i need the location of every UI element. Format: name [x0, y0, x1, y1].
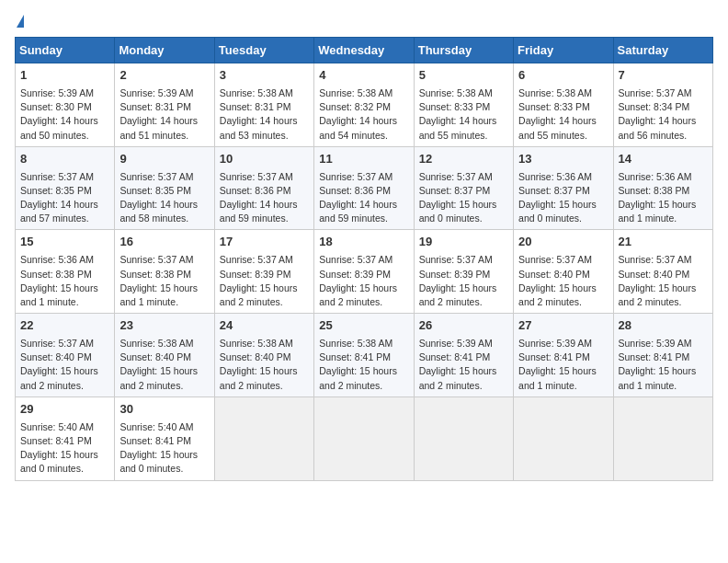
calendar-cell [514, 396, 613, 480]
daylight-text: Daylight: 15 hours and 1 minute. [119, 282, 198, 307]
day-number: 7 [619, 67, 708, 85]
sunset-text: Sunset: 8:34 PM [619, 101, 690, 112]
sunset-text: Sunset: 8:38 PM [619, 185, 690, 196]
calendar-cell: 7Sunrise: 5:37 AMSunset: 8:34 PMDaylight… [613, 63, 712, 147]
weekday-header-friday: Friday [514, 38, 613, 63]
day-number: 26 [419, 317, 508, 335]
sunrise-text: Sunrise: 5:37 AM [518, 254, 592, 265]
sunset-text: Sunset: 8:39 PM [220, 269, 291, 280]
day-number: 28 [619, 317, 708, 335]
sunset-text: Sunset: 8:40 PM [220, 351, 291, 362]
sunset-text: Sunset: 8:38 PM [20, 269, 92, 280]
day-number: 8 [20, 151, 109, 168]
sunrise-text: Sunrise: 5:37 AM [619, 87, 692, 98]
calendar-week-row: 8Sunrise: 5:37 AMSunset: 8:35 PMDaylight… [16, 146, 713, 230]
sunset-text: Sunset: 8:32 PM [319, 101, 391, 112]
calendar-cell: 13Sunrise: 5:36 AMSunset: 8:37 PMDayligh… [514, 146, 613, 230]
daylight-text: Daylight: 15 hours and 2 minutes. [419, 365, 497, 390]
calendar-cell [314, 396, 414, 480]
sunset-text: Sunset: 8:37 PM [419, 185, 491, 196]
calendar-cell: 3Sunrise: 5:38 AMSunset: 8:31 PMDaylight… [214, 63, 313, 147]
calendar-cell: 2Sunrise: 5:39 AMSunset: 8:31 PMDaylight… [115, 63, 214, 147]
sunset-text: Sunset: 8:39 PM [319, 269, 391, 280]
day-number: 3 [220, 67, 309, 85]
sunset-text: Sunset: 8:41 PM [419, 351, 491, 362]
sunrise-text: Sunrise: 5:38 AM [119, 338, 193, 349]
daylight-text: Daylight: 14 hours and 57 minutes. [20, 199, 98, 224]
calendar-cell: 29Sunrise: 5:40 AMSunset: 8:41 PMDayligh… [16, 396, 115, 480]
calendar-cell: 28Sunrise: 5:39 AMSunset: 8:41 PMDayligh… [613, 314, 712, 397]
sunset-text: Sunset: 8:37 PM [518, 185, 590, 196]
sunrise-text: Sunrise: 5:37 AM [119, 254, 193, 265]
day-number: 2 [119, 67, 209, 85]
calendar-cell: 1Sunrise: 5:39 AMSunset: 8:30 PMDaylight… [16, 63, 115, 147]
sunrise-text: Sunrise: 5:40 AM [119, 421, 193, 432]
daylight-text: Daylight: 15 hours and 2 minutes. [419, 282, 497, 307]
weekday-header-monday: Monday [115, 38, 214, 63]
sunset-text: Sunset: 8:31 PM [220, 101, 291, 112]
calendar-cell: 4Sunrise: 5:38 AMSunset: 8:32 PMDaylight… [314, 63, 414, 147]
daylight-text: Daylight: 15 hours and 1 minute. [619, 365, 697, 390]
day-number: 6 [518, 67, 608, 85]
sunrise-text: Sunrise: 5:38 AM [220, 87, 293, 98]
calendar-cell: 15Sunrise: 5:36 AMSunset: 8:38 PMDayligh… [16, 230, 115, 314]
sunrise-text: Sunrise: 5:37 AM [419, 254, 493, 265]
sunrise-text: Sunrise: 5:38 AM [319, 87, 392, 98]
logo [15, 15, 24, 28]
calendar-cell: 8Sunrise: 5:37 AMSunset: 8:35 PMDaylight… [16, 146, 115, 230]
daylight-text: Daylight: 15 hours and 2 minutes. [319, 365, 397, 390]
day-number: 21 [619, 234, 708, 251]
daylight-text: Daylight: 15 hours and 2 minutes. [220, 282, 298, 307]
sunrise-text: Sunrise: 5:38 AM [419, 87, 493, 98]
calendar-cell: 5Sunrise: 5:38 AMSunset: 8:33 PMDaylight… [414, 63, 513, 147]
calendar-cell: 18Sunrise: 5:37 AMSunset: 8:39 PMDayligh… [314, 230, 414, 314]
sunrise-text: Sunrise: 5:38 AM [518, 87, 592, 98]
calendar-cell: 6Sunrise: 5:38 AMSunset: 8:33 PMDaylight… [514, 63, 613, 147]
sunrise-text: Sunrise: 5:38 AM [319, 338, 392, 349]
daylight-text: Daylight: 15 hours and 2 minutes. [220, 365, 298, 390]
calendar-cell [214, 396, 313, 480]
sunset-text: Sunset: 8:41 PM [20, 435, 92, 446]
daylight-text: Daylight: 14 hours and 56 minutes. [619, 115, 697, 140]
day-number: 16 [119, 234, 209, 251]
sunrise-text: Sunrise: 5:39 AM [20, 87, 94, 98]
sunrise-text: Sunrise: 5:36 AM [20, 254, 94, 265]
sunset-text: Sunset: 8:40 PM [619, 269, 690, 280]
daylight-text: Daylight: 14 hours and 59 minutes. [319, 199, 397, 224]
day-number: 18 [319, 234, 408, 251]
daylight-text: Daylight: 14 hours and 50 minutes. [20, 115, 98, 140]
day-number: 23 [119, 317, 209, 335]
daylight-text: Daylight: 14 hours and 55 minutes. [518, 115, 597, 140]
calendar-week-row: 1Sunrise: 5:39 AMSunset: 8:30 PMDaylight… [16, 63, 713, 147]
calendar-cell: 17Sunrise: 5:37 AMSunset: 8:39 PMDayligh… [214, 230, 313, 314]
daylight-text: Daylight: 15 hours and 2 minutes. [619, 282, 697, 307]
daylight-text: Daylight: 15 hours and 1 minute. [619, 199, 697, 224]
calendar-week-row: 22Sunrise: 5:37 AMSunset: 8:40 PMDayligh… [16, 314, 713, 397]
sunrise-text: Sunrise: 5:39 AM [419, 338, 493, 349]
daylight-text: Daylight: 15 hours and 0 minutes. [119, 449, 198, 474]
calendar-cell: 26Sunrise: 5:39 AMSunset: 8:41 PMDayligh… [414, 314, 513, 397]
day-number: 27 [518, 317, 608, 335]
sunset-text: Sunset: 8:35 PM [20, 185, 92, 196]
sunset-text: Sunset: 8:33 PM [419, 101, 491, 112]
calendar-cell: 25Sunrise: 5:38 AMSunset: 8:41 PMDayligh… [314, 314, 414, 397]
daylight-text: Daylight: 14 hours and 53 minutes. [220, 115, 298, 140]
sunset-text: Sunset: 8:39 PM [419, 269, 491, 280]
sunrise-text: Sunrise: 5:40 AM [20, 421, 94, 432]
sunrise-text: Sunrise: 5:37 AM [419, 171, 493, 182]
sunset-text: Sunset: 8:40 PM [119, 351, 191, 362]
daylight-text: Daylight: 15 hours and 2 minutes. [20, 365, 98, 390]
sunrise-text: Sunrise: 5:37 AM [20, 171, 94, 182]
sunrise-text: Sunrise: 5:39 AM [518, 338, 592, 349]
sunrise-text: Sunrise: 5:38 AM [220, 338, 293, 349]
daylight-text: Daylight: 15 hours and 2 minutes. [518, 282, 597, 307]
sunset-text: Sunset: 8:41 PM [319, 351, 391, 362]
weekday-header-tuesday: Tuesday [214, 38, 313, 63]
day-number: 5 [419, 67, 508, 85]
sunset-text: Sunset: 8:36 PM [220, 185, 291, 196]
day-number: 30 [119, 401, 209, 419]
calendar-week-row: 29Sunrise: 5:40 AMSunset: 8:41 PMDayligh… [16, 396, 713, 480]
day-number: 13 [518, 151, 608, 168]
daylight-text: Daylight: 15 hours and 1 minute. [518, 365, 597, 390]
calendar-cell: 20Sunrise: 5:37 AMSunset: 8:40 PMDayligh… [514, 230, 613, 314]
